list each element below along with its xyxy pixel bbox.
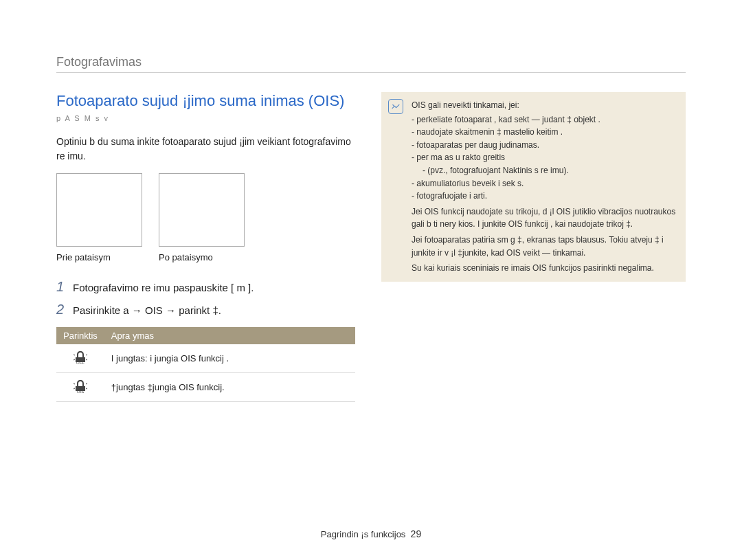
ois-on-icon-cell: OIS: [56, 373, 104, 402]
note-content: OIS gali neveikti tinkamai, jei: perkeli…: [412, 99, 676, 275]
step-text: Fotografavimo re imu paspauskite [ m ].: [73, 282, 254, 293]
ois-off-desc: I jungtas: i jungia OIS funkcij .: [104, 344, 355, 373]
footer-label: Pagrindin ¡s funkcijos: [321, 529, 406, 539]
note-intro: OIS gali neveikti tinkamai, jei:: [412, 99, 676, 112]
step-number: 1: [56, 279, 73, 295]
svg-text:OFF: OFF: [76, 361, 85, 365]
table-row: OIS †jungtas ‡jungia OIS funkcij.: [56, 373, 355, 402]
right-column: OIS gali neveikti tinkamai, jei: perkeli…: [381, 92, 686, 402]
table-header-row: Parinktis Apra ymas: [56, 327, 355, 344]
step-number: 2: [56, 302, 73, 317]
intro-text: Optiniu b du suma inkite fotoaparato suj…: [56, 135, 355, 164]
list-item: fotoaparatas per daug judinamas.: [412, 139, 676, 152]
list-item: (pvz., fotografuojant Naktinis s re imu)…: [412, 164, 676, 177]
caption-after: Po pataisymo: [159, 252, 245, 262]
step-1: 1 Fotografavimo re imu paspauskite [ m ]…: [56, 279, 355, 295]
note-para-3: Su kai kuriais sceniniais re imais OIS f…: [412, 262, 676, 275]
note-para-2: Jei fotoaparatas patiria sm g ‡, ekranas…: [412, 234, 676, 259]
image-before: [56, 173, 142, 247]
list-item: per ma as u rakto greitis: [412, 151, 676, 164]
th-description: Apra ymas: [104, 327, 355, 344]
section-header: Fotografavimas: [56, 55, 686, 73]
options-table: Parinktis Apra ymas OFF I jungtas: i jun…: [56, 327, 355, 402]
note-icon: [388, 99, 403, 114]
list-item: akumuliatorius beveik i sek s.: [412, 177, 676, 190]
ois-off-icon-cell: OFF: [56, 344, 104, 373]
step-list: 1 Fotografavimo re imu paspauskite [ m ]…: [56, 279, 355, 317]
list-item: perkeliate fotoaparat , kad sekt — judan…: [412, 113, 676, 126]
step-text: Pasirinkite a → OIS → parinkt ‡.: [73, 304, 221, 316]
columns: Fotoaparato sujud ¡jimo suma inimas (OIS…: [56, 92, 686, 402]
table-row: OFF I jungtas: i jungia OIS funkcij .: [56, 344, 355, 373]
image-after: [159, 173, 245, 247]
svg-text:OIS: OIS: [77, 390, 84, 394]
ois-on-icon: OIS: [71, 379, 90, 394]
caption-before: Prie pataisym: [56, 252, 142, 262]
mode-list: p A S M s v: [56, 114, 355, 122]
image-captions: Prie pataisym Po pataisymo: [56, 252, 355, 262]
page-title: Fotoaparato sujud ¡jimo suma inimas (OIS…: [56, 92, 355, 110]
left-column: Fotoaparato sujud ¡jimo suma inimas (OIS…: [56, 92, 355, 402]
image-row: [56, 173, 355, 247]
list-item: fotografuojate i arti.: [412, 190, 676, 203]
ois-off-icon: OFF: [71, 350, 90, 365]
list-item: naudojate skaitmenin ‡ mastelio keitim .: [412, 126, 676, 139]
th-option: Parinktis: [56, 327, 104, 344]
ois-on-desc: †jungtas ‡jungia OIS funkcij.: [104, 373, 355, 402]
note-box: OIS gali neveikti tinkamai, jei: perkeli…: [381, 92, 686, 282]
note-para-1: Jei OIS funkcij naudojate su trikoju, d …: [412, 205, 676, 231]
step-2: 2 Pasirinkite a → OIS → parinkt ‡.: [56, 302, 355, 317]
note-list: perkeliate fotoaparat , kad sekt — judan…: [412, 113, 676, 203]
page-footer: Pagrindin ¡s funkcijos 29: [0, 528, 742, 539]
page-number: 29: [411, 528, 422, 539]
